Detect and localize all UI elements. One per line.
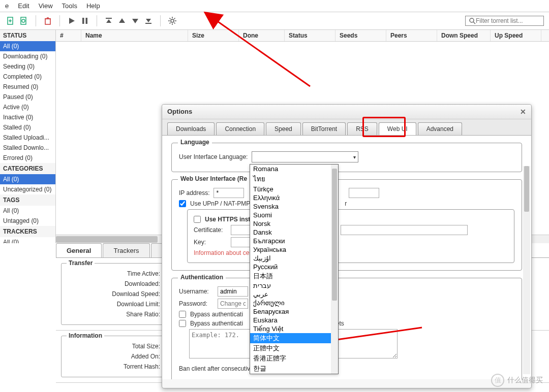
port-input[interactable] — [349, 188, 379, 198]
sidebar-item[interactable]: Untagged (0) — [0, 216, 55, 226]
dialog-tab-rss[interactable]: RSS — [347, 122, 377, 135]
delete-icon[interactable] — [42, 15, 53, 26]
dialog-titlebar[interactable]: Options ✕ — [162, 105, 531, 119]
transfer-legend: Transfer — [67, 259, 95, 267]
sidebar-item[interactable]: Seeding (0) — [0, 61, 55, 72]
language-option[interactable]: Norsk — [250, 219, 338, 228]
language-option[interactable]: 简体中文 — [250, 333, 338, 343]
add-file-icon[interactable] — [5, 15, 16, 26]
language-option[interactable]: Euskara — [250, 316, 338, 324]
play-icon[interactable] — [66, 15, 77, 26]
menu-item[interactable]: Help — [86, 2, 100, 10]
language-option[interactable]: Ελληνικά — [250, 193, 338, 202]
dialog-tab-connection[interactable]: Connection — [216, 122, 264, 135]
move-down-icon[interactable] — [130, 15, 141, 26]
language-option[interactable]: Беларуская — [250, 307, 338, 316]
language-select[interactable] — [252, 151, 358, 162]
language-option[interactable]: 日本語 — [250, 271, 338, 281]
dialog-tab-speed[interactable]: Speed — [266, 122, 301, 135]
language-option[interactable]: Български — [250, 237, 338, 245]
language-option[interactable]: Suomi — [250, 211, 338, 219]
search-box[interactable] — [465, 16, 544, 26]
menu-item[interactable]: Edit — [18, 2, 29, 10]
column-header[interactable]: Name — [81, 30, 188, 41]
bypass-subnet-checkbox[interactable] — [179, 320, 186, 327]
menu-item[interactable]: Tools — [62, 2, 77, 10]
language-option[interactable]: 香港正體字 — [250, 353, 338, 364]
password-label: Password: — [179, 300, 214, 307]
column-header[interactable]: Down Speed — [437, 30, 491, 41]
https-checkbox[interactable] — [194, 216, 201, 223]
column-header[interactable]: Seeds — [336, 30, 386, 41]
sidebar-item[interactable]: All (0) — [0, 174, 55, 184]
language-option[interactable]: Українська — [250, 245, 338, 254]
auth-fieldset: Authentication Username: Password: Bypas… — [171, 278, 522, 379]
column-header[interactable]: Done — [239, 30, 285, 41]
language-dropdown[interactable]: RomanaไทยTürkçeΕλληνικάSvenskaSuomiNorsk… — [250, 164, 339, 374]
sidebar-item[interactable]: All (0) — [0, 206, 55, 216]
sidebar-item[interactable]: Stalled (0) — [0, 122, 55, 133]
sidebar-item[interactable]: All (0) — [0, 41, 55, 51]
language-option[interactable]: اۇزبېك — [250, 254, 338, 263]
menu-item[interactable]: e — [5, 2, 9, 10]
language-option[interactable]: Romana — [250, 165, 338, 173]
password-input[interactable] — [218, 299, 248, 309]
sidebar-item[interactable]: Active (0) — [0, 102, 55, 112]
sidebar-item[interactable]: Stalled Uploadi... — [0, 133, 55, 143]
add-link-icon[interactable] — [18, 15, 29, 26]
column-header[interactable]: Peers — [386, 30, 437, 41]
dialog-scrollbar[interactable] — [523, 166, 530, 374]
detail-tab[interactable]: General — [56, 243, 102, 257]
upnp-checkbox[interactable] — [179, 200, 186, 207]
sidebar-item[interactable]: Errored (0) — [0, 153, 55, 163]
settings-icon[interactable] — [167, 15, 178, 26]
language-option[interactable]: Tiếng Việt — [250, 324, 338, 333]
language-option[interactable]: عربي — [250, 290, 338, 299]
detail-tab[interactable]: Trackers — [103, 243, 149, 257]
column-header[interactable]: Size — [188, 30, 239, 41]
sidebar-item[interactable]: Completed (0) — [0, 72, 55, 82]
dialog-tab-web-ui[interactable]: Web UI — [379, 122, 416, 135]
sidebar-item[interactable]: Resumed (0) — [0, 82, 55, 92]
svg-line-24 — [170, 23, 171, 24]
language-option[interactable]: ไทย — [250, 173, 338, 185]
bypass-localhost-checkbox[interactable] — [179, 311, 186, 318]
language-option[interactable]: Русский — [250, 263, 338, 271]
username-input[interactable] — [218, 286, 248, 297]
cert-input[interactable] — [231, 225, 251, 235]
ip-input[interactable] — [214, 188, 244, 198]
sidebar-item[interactable]: Downloading (0) — [0, 51, 55, 61]
move-bottom-icon[interactable] — [143, 15, 154, 26]
language-option[interactable]: ქართული — [250, 299, 338, 307]
search-input[interactable] — [476, 17, 537, 24]
key-input[interactable] — [231, 237, 251, 247]
dialog-tab-bittorrent[interactable]: BitTorrent — [302, 122, 346, 135]
cert-label: Certificate: — [194, 226, 227, 234]
move-up-icon[interactable] — [116, 15, 128, 26]
sidebar-item[interactable]: All (0) — [0, 237, 55, 243]
dropdown-scrollbar[interactable] — [331, 165, 338, 374]
sidebar-item[interactable]: Paused (0) — [0, 92, 55, 102]
sidebar-item[interactable]: Uncategorized (0) — [0, 184, 55, 194]
language-option[interactable]: Svenska — [250, 202, 338, 211]
upnp-label: Use UPnP / NAT-PMP — [190, 200, 250, 207]
move-top-icon[interactable] — [103, 15, 114, 26]
dialog-tab-advanced[interactable]: Advanced — [418, 122, 462, 135]
pause-icon[interactable] — [79, 15, 90, 26]
sidebar-item[interactable]: Inactive (0) — [0, 112, 55, 122]
svg-line-27 — [473, 22, 475, 24]
language-option[interactable]: Türkçe — [250, 185, 338, 193]
close-icon[interactable]: ✕ — [520, 108, 526, 116]
cert-path-input[interactable] — [341, 225, 468, 235]
language-option[interactable]: 正體中文 — [250, 343, 338, 353]
cert-info-link[interactable]: Information about certi — [194, 249, 254, 256]
column-header[interactable]: # — [56, 30, 81, 41]
sidebar-item[interactable]: Stalled Downlo... — [0, 143, 55, 153]
language-option[interactable]: 한글 — [250, 364, 338, 374]
column-header[interactable]: Status — [285, 30, 336, 41]
column-header[interactable]: Up Speed — [491, 30, 541, 41]
dialog-tab-downloads[interactable]: Downloads — [167, 122, 215, 135]
language-option[interactable]: עברית — [250, 281, 338, 290]
menu-item[interactable]: View — [39, 2, 53, 10]
language-option[interactable]: Dansk — [250, 228, 338, 237]
